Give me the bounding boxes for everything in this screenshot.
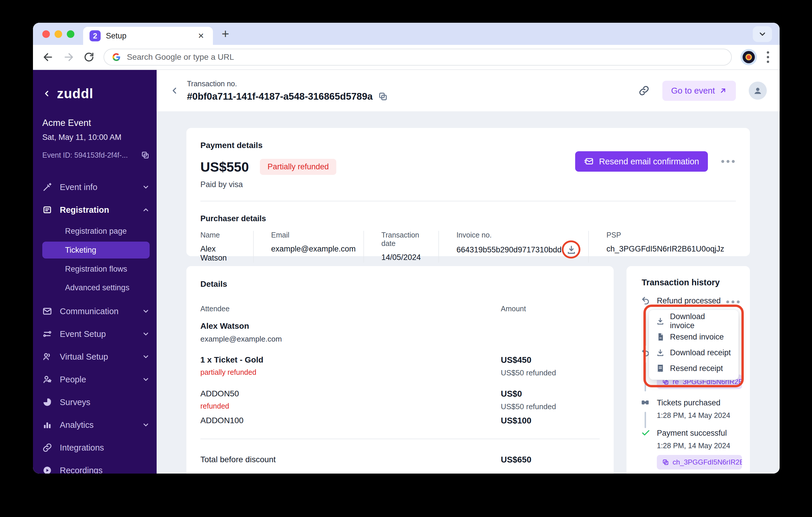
minimize-window-button[interactable]: [55, 30, 62, 38]
collapse-sidebar-icon[interactable]: [42, 89, 51, 98]
payment-details-title: Payment details: [200, 141, 736, 150]
field-transaction-date: Transaction date 14/05/2024: [364, 231, 438, 263]
invoice-actions-menu: Download invoice Resend invoice Download…: [649, 310, 738, 380]
menu-item-download-invoice[interactable]: Download invoice: [649, 313, 738, 329]
line-item-amount: US$450: [501, 355, 600, 365]
copy-icon[interactable]: [141, 151, 150, 159]
tab-search-chevron-button[interactable]: [753, 26, 772, 42]
refund-more-menu-icon[interactable]: [725, 299, 742, 305]
refund-icon: [641, 296, 650, 305]
field-value: ch_3PGGFdI5N6rIR2B61U0oqjJz: [606, 244, 724, 253]
timeline-line: [645, 412, 646, 428]
play-circle-icon: [42, 465, 52, 474]
chevron-up-icon: [142, 206, 150, 214]
sidebar-item-label: Virtual Setup: [60, 352, 108, 362]
sidebar: zuddl Acme Event Sat, May 11, 10:00 AM E…: [33, 70, 156, 474]
sub-item-label: Ticketing: [65, 246, 96, 255]
go-to-event-button[interactable]: Go to event: [662, 81, 736, 101]
google-icon: [112, 53, 121, 62]
payment-reference-chip[interactable]: ch_3PGGFdI5N6rIR2B...: [657, 455, 742, 469]
sidebar-item-ticketing[interactable]: Ticketing: [42, 242, 150, 258]
bar-chart-icon: [42, 420, 52, 430]
sidebar-item-registration[interactable]: Registration: [42, 199, 150, 221]
tab-title: Setup: [106, 31, 190, 40]
receipt-icon: [656, 364, 665, 373]
download-icon: [656, 348, 665, 357]
sidebar-item-analytics[interactable]: Analytics: [42, 414, 150, 436]
tickets-purchased-time: 1:28 PM, 14 May 2024: [657, 411, 730, 420]
sidebar-item-event-info[interactable]: Event info: [42, 176, 150, 199]
field-name: Name Alex Watson: [200, 231, 253, 263]
zoom-window-button[interactable]: [67, 30, 75, 38]
line-item-name: ADDON50: [200, 389, 501, 398]
wand-icon: [42, 182, 52, 192]
person-plus-icon: [42, 374, 52, 385]
profile-vinyl-icon: [743, 51, 755, 63]
sidebar-item-virtual-setup[interactable]: Virtual Setup: [42, 345, 150, 368]
sidebar-item-registration-flows[interactable]: Registration flows: [42, 260, 150, 278]
person-icon: [753, 86, 763, 96]
tab-close-icon[interactable]: ✕: [196, 30, 206, 42]
sidebar-item-people[interactable]: People: [42, 368, 150, 391]
sidebar-item-communication[interactable]: Communication: [42, 300, 150, 323]
status-badge: Partially refunded: [260, 159, 336, 175]
payment-more-menu-icon[interactable]: [720, 158, 736, 165]
sidebar-item-advanced-settings[interactable]: Advanced settings: [42, 278, 150, 297]
total-row: Total before discount US$650: [200, 455, 600, 464]
details-title: Details: [200, 279, 600, 289]
sidebar-logo-row[interactable]: zuddl: [42, 86, 150, 101]
forward-icon[interactable]: [63, 51, 75, 63]
sidebar-item-event-setup[interactable]: Event Setup: [42, 323, 150, 345]
transaction-history-card: Transaction history Refund processed re_…: [627, 266, 750, 474]
menu-item-resend-receipt[interactable]: Resend receipt: [649, 361, 738, 376]
annotation-circle: [562, 240, 580, 258]
divider: [200, 201, 736, 202]
copy-link-icon[interactable]: [638, 85, 649, 96]
transaction-no-label: Transaction no.: [187, 80, 388, 88]
zuddl-favicon: 2: [90, 30, 100, 41]
external-link-icon: [719, 87, 727, 95]
menu-item-resend-invoice[interactable]: Resend invoice: [649, 329, 738, 345]
total-amount: US$650: [501, 455, 600, 464]
sidebar-item-registration-page[interactable]: Registration page: [42, 222, 150, 240]
registration-subnav: Registration page Ticketing Registration…: [42, 222, 150, 297]
field-value: 14/05/2024: [381, 253, 427, 262]
menu-item-download-receipt[interactable]: Download receipt: [649, 345, 738, 361]
browser-menu-icon[interactable]: [765, 50, 770, 64]
chevron-down-icon: [758, 30, 767, 38]
sidebar-item-label: Event Setup: [60, 329, 106, 339]
tab-setup[interactable]: 2 Setup ✕: [83, 27, 213, 45]
field-psp: PSP ch_3PGGFdI5N6rIR2B61U0oqjJz: [588, 231, 736, 263]
line-item-row: 1 x Ticket - Gold partially refunded US$…: [200, 355, 600, 377]
user-avatar[interactable]: [749, 82, 767, 100]
timeline-line: [645, 310, 646, 346]
event-id-row: Event ID: 594153fd-2f4f-...: [42, 151, 150, 159]
users-icon: [42, 352, 52, 362]
sidebar-item-recordings[interactable]: Recordings: [42, 459, 150, 474]
back-icon[interactable]: [42, 51, 54, 63]
field-value: example@example.com: [271, 244, 352, 253]
download-invoice-icon[interactable]: [566, 244, 577, 255]
new-tab-button[interactable]: +: [222, 27, 229, 40]
reload-icon[interactable]: [83, 51, 95, 63]
back-chevron-icon[interactable]: [170, 86, 179, 96]
browser-tabstrip: 2 Setup ✕ +: [33, 23, 780, 45]
url-placeholder: Search Google or type a URL: [127, 53, 234, 62]
sidebar-item-label: Recordings: [60, 466, 103, 474]
url-bar[interactable]: Search Google or type a URL: [104, 49, 732, 66]
resend-email-button[interactable]: Resend email confirmation: [575, 151, 708, 172]
transaction-history-title: Transaction history: [642, 278, 720, 287]
invoice-number: 664319b55b290d9717310bdd: [457, 245, 561, 254]
sidebar-item-integrations[interactable]: Integrations: [42, 436, 150, 459]
close-window-button[interactable]: [42, 30, 50, 38]
browser-profile-avatar[interactable]: [741, 49, 757, 65]
go-to-event-label: Go to event: [671, 86, 715, 96]
check-icon: [641, 428, 650, 437]
copy-icon[interactable]: [378, 92, 388, 101]
menu-item-label: Download invoice: [670, 312, 731, 330]
sidebar-item-surveys[interactable]: Surveys: [42, 391, 150, 414]
form-icon: [42, 205, 52, 215]
sidebar-item-label: Communication: [60, 307, 118, 316]
signpost-icon: [42, 329, 52, 339]
details-card: Details Attendee Amount Alex Watson exam…: [186, 266, 614, 474]
